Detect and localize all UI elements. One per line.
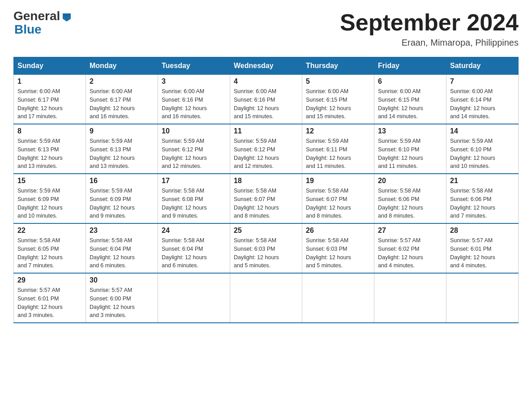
day-info: Sunrise: 6:00 AM Sunset: 6:17 PM Dayligh… <box>17 87 82 121</box>
logo: General Blue <box>13 9 72 37</box>
day-number: 7 <box>450 77 515 86</box>
day-number: 15 <box>17 177 82 185</box>
day-number: 5 <box>306 77 370 86</box>
calendar-cell: 16 Sunrise: 5:59 AM Sunset: 6:09 PM Dayl… <box>86 174 158 223</box>
day-number: 16 <box>90 177 154 185</box>
day-number: 2 <box>90 77 154 86</box>
day-number: 1 <box>17 77 82 86</box>
day-info: Sunrise: 5:58 AM Sunset: 6:06 PM Dayligh… <box>450 187 515 220</box>
day-info: Sunrise: 5:58 AM Sunset: 6:05 PM Dayligh… <box>17 236 82 270</box>
day-info: Sunrise: 5:58 AM Sunset: 6:03 PM Dayligh… <box>234 236 298 270</box>
day-number: 18 <box>234 177 298 185</box>
day-info: Sunrise: 5:58 AM Sunset: 6:04 PM Dayligh… <box>90 236 154 270</box>
day-number: 26 <box>306 227 370 235</box>
day-number: 9 <box>90 127 154 135</box>
calendar-cell: 12 Sunrise: 5:59 AM Sunset: 6:11 PM Dayl… <box>302 124 374 174</box>
calendar-cell <box>158 273 230 323</box>
day-number: 23 <box>90 227 154 235</box>
calendar-cell: 17 Sunrise: 5:58 AM Sunset: 6:08 PM Dayl… <box>158 174 230 223</box>
day-info: Sunrise: 5:59 AM Sunset: 6:09 PM Dayligh… <box>90 187 154 220</box>
day-info: Sunrise: 5:58 AM Sunset: 6:07 PM Dayligh… <box>234 187 298 220</box>
calendar-cell: 13 Sunrise: 5:59 AM Sunset: 6:10 PM Dayl… <box>374 124 446 174</box>
header-monday: Monday <box>86 57 158 75</box>
calendar-cell: 28 Sunrise: 5:57 AM Sunset: 6:01 PM Dayl… <box>446 223 519 273</box>
calendar-cell: 24 Sunrise: 5:58 AM Sunset: 6:04 PM Dayl… <box>158 223 230 273</box>
day-number: 11 <box>234 127 298 135</box>
day-number: 8 <box>17 127 82 135</box>
calendar-cell: 18 Sunrise: 5:58 AM Sunset: 6:07 PM Dayl… <box>230 174 302 223</box>
day-number: 4 <box>234 77 298 86</box>
calendar-cell <box>230 273 302 323</box>
day-info: Sunrise: 5:58 AM Sunset: 6:08 PM Dayligh… <box>162 187 226 220</box>
calendar-cell: 23 Sunrise: 5:58 AM Sunset: 6:04 PM Dayl… <box>86 223 158 273</box>
calendar-cell: 2 Sunrise: 6:00 AM Sunset: 6:17 PM Dayli… <box>86 75 158 124</box>
calendar-cell: 27 Sunrise: 5:57 AM Sunset: 6:02 PM Dayl… <box>374 223 446 273</box>
day-info: Sunrise: 6:00 AM Sunset: 6:16 PM Dayligh… <box>234 87 298 121</box>
day-info: Sunrise: 5:57 AM Sunset: 6:02 PM Dayligh… <box>378 236 442 270</box>
calendar-cell: 15 Sunrise: 5:59 AM Sunset: 6:09 PM Dayl… <box>14 174 86 223</box>
calendar-cell: 10 Sunrise: 5:59 AM Sunset: 6:12 PM Dayl… <box>158 124 230 174</box>
header-friday: Friday <box>374 57 446 75</box>
header-saturday: Saturday <box>446 57 519 75</box>
day-info: Sunrise: 5:59 AM Sunset: 6:12 PM Dayligh… <box>234 137 298 171</box>
page-header: General Blue September 2024 Eraan, Mimar… <box>13 9 519 48</box>
day-number: 12 <box>306 127 370 135</box>
day-number: 30 <box>90 276 154 284</box>
day-info: Sunrise: 5:58 AM Sunset: 6:06 PM Dayligh… <box>378 187 442 220</box>
day-info: Sunrise: 6:00 AM Sunset: 6:15 PM Dayligh… <box>306 87 370 121</box>
day-info: Sunrise: 6:00 AM Sunset: 6:17 PM Dayligh… <box>90 87 154 121</box>
day-info: Sunrise: 5:58 AM Sunset: 6:03 PM Dayligh… <box>306 236 370 270</box>
day-info: Sunrise: 5:58 AM Sunset: 6:04 PM Dayligh… <box>162 236 226 270</box>
day-info: Sunrise: 6:00 AM Sunset: 6:15 PM Dayligh… <box>378 87 442 121</box>
header-sunday: Sunday <box>14 57 86 75</box>
day-number: 28 <box>450 227 515 235</box>
calendar-cell: 25 Sunrise: 5:58 AM Sunset: 6:03 PM Dayl… <box>230 223 302 273</box>
calendar-cell: 6 Sunrise: 6:00 AM Sunset: 6:15 PM Dayli… <box>374 75 446 124</box>
calendar-cell: 20 Sunrise: 5:58 AM Sunset: 6:06 PM Dayl… <box>374 174 446 223</box>
day-number: 3 <box>162 77 226 86</box>
day-number: 13 <box>378 127 442 135</box>
day-number: 10 <box>162 127 226 135</box>
day-info: Sunrise: 5:59 AM Sunset: 6:11 PM Dayligh… <box>306 137 370 171</box>
day-info: Sunrise: 6:00 AM Sunset: 6:14 PM Dayligh… <box>450 87 515 121</box>
day-number: 25 <box>234 227 298 235</box>
day-number: 6 <box>378 77 442 86</box>
calendar-cell: 30 Sunrise: 5:57 AM Sunset: 6:00 PM Dayl… <box>86 273 158 323</box>
calendar-cell: 1 Sunrise: 6:00 AM Sunset: 6:17 PM Dayli… <box>14 75 86 124</box>
calendar-cell: 22 Sunrise: 5:58 AM Sunset: 6:05 PM Dayl… <box>14 223 86 273</box>
calendar-title: September 2024 <box>340 9 519 36</box>
day-info: Sunrise: 5:59 AM Sunset: 6:12 PM Dayligh… <box>162 137 226 171</box>
calendar-cell: 4 Sunrise: 6:00 AM Sunset: 6:16 PM Dayli… <box>230 75 302 124</box>
day-info: Sunrise: 5:59 AM Sunset: 6:10 PM Dayligh… <box>378 137 442 171</box>
calendar-cell: 3 Sunrise: 6:00 AM Sunset: 6:16 PM Dayli… <box>158 75 230 124</box>
calendar-cell: 29 Sunrise: 5:57 AM Sunset: 6:01 PM Dayl… <box>14 273 86 323</box>
logo-blue-text: Blue <box>14 22 42 37</box>
calendar-cell: 5 Sunrise: 6:00 AM Sunset: 6:15 PM Dayli… <box>302 75 374 124</box>
day-number: 27 <box>378 227 442 235</box>
calendar-cell: 21 Sunrise: 5:58 AM Sunset: 6:06 PM Dayl… <box>446 174 519 223</box>
calendar-cell: 14 Sunrise: 5:59 AM Sunset: 6:10 PM Dayl… <box>446 124 519 174</box>
calendar-cell <box>302 273 374 323</box>
day-number: 22 <box>17 227 82 235</box>
day-number: 20 <box>378 177 442 185</box>
day-info: Sunrise: 5:58 AM Sunset: 6:07 PM Dayligh… <box>306 187 370 220</box>
day-info: Sunrise: 6:00 AM Sunset: 6:16 PM Dayligh… <box>162 87 226 121</box>
day-number: 29 <box>17 276 82 284</box>
day-info: Sunrise: 5:57 AM Sunset: 6:01 PM Dayligh… <box>17 286 82 320</box>
calendar-cell: 8 Sunrise: 5:59 AM Sunset: 6:13 PM Dayli… <box>14 124 86 174</box>
day-number: 17 <box>162 177 226 185</box>
header-wednesday: Wednesday <box>230 57 302 75</box>
calendar-cell <box>374 273 446 323</box>
day-info: Sunrise: 5:59 AM Sunset: 6:13 PM Dayligh… <box>90 137 154 171</box>
day-info: Sunrise: 5:59 AM Sunset: 6:10 PM Dayligh… <box>450 137 515 171</box>
header-tuesday: Tuesday <box>158 57 230 75</box>
logo-general-text: General <box>13 9 60 23</box>
day-number: 19 <box>306 177 370 185</box>
calendar-cell: 9 Sunrise: 5:59 AM Sunset: 6:13 PM Dayli… <box>86 124 158 174</box>
calendar-subtitle: Eraan, Mimaropa, Philippines <box>340 38 519 48</box>
day-number: 24 <box>162 227 226 235</box>
calendar-cell: 11 Sunrise: 5:59 AM Sunset: 6:12 PM Dayl… <box>230 124 302 174</box>
day-number: 14 <box>450 127 515 135</box>
calendar-cell <box>446 273 519 323</box>
day-info: Sunrise: 5:59 AM Sunset: 6:13 PM Dayligh… <box>17 137 82 171</box>
